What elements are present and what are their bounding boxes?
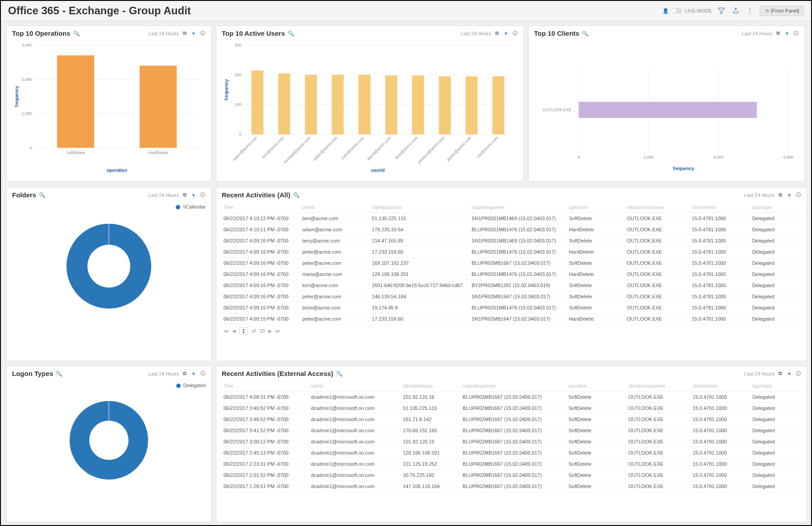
panel-logon-types: Logon Types🔍 Last 24 Hours ⧉ ▼ ⓘ Delegat…	[6, 366, 211, 522]
svg-rect-37	[412, 75, 424, 134]
magnify-icon[interactable]: 🔍	[39, 192, 46, 198]
folders-legend: \\Calendar	[7, 200, 211, 213]
info-icon[interactable]: ⓘ	[795, 192, 801, 198]
table-row[interactable]: 06/22/2017 4:09:16 PM -0700boris@acme.co…	[222, 302, 801, 313]
table-row[interactable]: 06/22/2017 4:08:31 PM -0700dcadmin1@micr…	[222, 392, 801, 403]
svg-point-1	[750, 10, 751, 12]
svg-text:6,000: 6,000	[783, 155, 794, 159]
table-row[interactable]: 06/22/2017 4:09:16 PM -0700peter@acme.co…	[222, 246, 801, 258]
pager-page-input[interactable]	[239, 327, 248, 334]
recent-all-table: Timeuseridclientipaddressoriginatingserv…	[222, 202, 801, 325]
table-row[interactable]: 06/22/2017 4:10:11 PM -0700adam@acme.com…	[222, 224, 801, 235]
magnify-icon[interactable]: 🔍	[288, 30, 294, 37]
table-row[interactable]: 06/22/2017 4:09:15 PM -0700peter@acme.co…	[222, 313, 801, 325]
svg-text:2,000: 2,000	[21, 77, 32, 82]
filter-icon[interactable]: ▼	[191, 30, 197, 37]
info-icon[interactable]: ⓘ	[199, 371, 206, 377]
svg-point-62	[89, 421, 128, 460]
share-icon[interactable]	[731, 6, 740, 15]
popout-icon[interactable]: ⧉	[182, 30, 188, 37]
table-row[interactable]: 06/22/2017 4:09:16 PM -0700maria@acme.co…	[222, 269, 801, 280]
table-row[interactable]: 06/22/2017 2:23:31 PM -0700dcadmin1@micr…	[222, 459, 801, 470]
table-row[interactable]: 06/22/2017 4:09:16 PM -0700terry@acme.co…	[222, 235, 801, 246]
filter-icon[interactable]: ▼	[784, 30, 790, 37]
time-range-label: Last 24 Hours	[744, 192, 775, 198]
info-icon[interactable]: ⓘ	[199, 192, 206, 198]
svg-text:david@acme.com: david@acme.com	[366, 135, 392, 161]
svg-text:1,000: 1,000	[21, 111, 32, 116]
table-row[interactable]: 06/22/2017 4:09:16 PM -0700lorri@acme.co…	[222, 280, 801, 291]
magnify-icon[interactable]: 🔍	[336, 371, 343, 377]
table-row[interactable]: 06/22/2017 1:26:51 PM -0700dcadmin1@micr…	[222, 481, 801, 492]
operations-bar-chart: 01,0002,0003,000SoftDeleteHardDeletefreq…	[12, 41, 204, 175]
panel-recent-ext: Recent Activities (External Access)🔍 Las…	[216, 366, 807, 522]
table-row[interactable]: 06/22/2017 4:09:16 PM -0700peter@acme.co…	[222, 258, 801, 269]
svg-text:naren@acme.com: naren@acme.com	[232, 135, 258, 162]
svg-point-0	[750, 8, 751, 9]
popout-icon[interactable]: ⧉	[777, 371, 783, 377]
pager-last-icon[interactable]: ⏭	[275, 328, 280, 334]
info-icon[interactable]: ⓘ	[199, 30, 206, 37]
svg-rect-43	[493, 76, 505, 134]
logon-legend: Delegated	[7, 379, 211, 392]
info-icon[interactable]: ⓘ	[795, 371, 801, 377]
time-range-label: Last 24 Hours	[149, 192, 179, 198]
filter-icon[interactable]	[717, 6, 726, 15]
svg-text:operation: operation	[107, 168, 127, 173]
info-icon[interactable]: ⓘ	[512, 30, 518, 37]
table-row[interactable]: 06/22/2017 3:46:52 PM -0700dcadmin1@micr…	[222, 414, 801, 425]
svg-text:lorri@acme.com: lorri@acme.com	[261, 135, 285, 159]
pager-first-icon[interactable]: ⏮	[224, 328, 228, 334]
pager-prev-icon[interactable]: ◀	[232, 328, 236, 334]
pager-next-icon[interactable]: ▶	[268, 328, 272, 334]
info-icon[interactable]: ⓘ	[793, 30, 799, 37]
magnify-icon[interactable]: 🔍	[56, 371, 62, 377]
from-panel-button[interactable]: ◔[From Panel]	[760, 6, 804, 16]
svg-text:4,000: 4,000	[713, 155, 724, 159]
svg-text:frequency: frequency	[224, 79, 229, 100]
svg-rect-11	[57, 55, 94, 148]
panel-title: Recent Activities (All)	[222, 191, 290, 199]
svg-text:michael@acme.com: michael@acme.com	[283, 135, 312, 164]
panel-title: Top 10 Operations	[12, 29, 70, 37]
table-row[interactable]: 06/22/2017 2:45:13 PM -0700dcadmin1@micr…	[222, 447, 801, 459]
table-row[interactable]: 06/22/2017 3:41:52 PM -0700dcadmin1@micr…	[222, 425, 801, 436]
kebab-icon[interactable]	[746, 6, 754, 15]
svg-rect-35	[385, 75, 398, 134]
svg-text:OUTLOOK.EXE ...: OUTLOOK.EXE ...	[543, 108, 576, 112]
table-row[interactable]: 06/22/2017 3:46:52 PM -0700dcadmin1@micr…	[222, 403, 801, 414]
svg-text:300: 300	[235, 43, 241, 47]
popout-icon[interactable]: ⧉	[182, 371, 188, 377]
svg-text:ray@acme.com: ray@acme.com	[476, 135, 499, 159]
filter-icon[interactable]: ▼	[786, 192, 792, 198]
popout-icon[interactable]: ⧉	[775, 30, 781, 37]
filter-icon[interactable]: ▼	[503, 30, 509, 37]
page-title: Office 365 - Exchange - Group Audit	[8, 4, 191, 17]
popout-icon[interactable]: ⧉	[777, 192, 783, 198]
svg-rect-31	[332, 75, 344, 134]
time-range-label: Last 24 Hours	[149, 31, 179, 36]
panel-title: Logon Types	[12, 370, 53, 377]
filter-icon[interactable]: ▼	[191, 192, 197, 198]
table-row[interactable]: 06/22/2017 2:01:52 PM -0700dcadmin1@micr…	[222, 470, 801, 481]
clients-hbar-chart: 02,0004,0006,000OUTLOOK.EXE ...frequency	[534, 41, 797, 175]
svg-text:adam@acme.com: adam@acme.com	[312, 135, 339, 162]
svg-rect-29	[305, 75, 317, 134]
filter-icon[interactable]: ▼	[786, 371, 792, 377]
svg-rect-39	[439, 76, 451, 134]
popout-icon[interactable]: ⧉	[494, 30, 500, 37]
time-range-label: Last 24 Hours	[742, 31, 772, 36]
table-row[interactable]: 06/22/2017 3:00:12 PM -0700dcadmin1@micr…	[222, 436, 801, 447]
panel-folders: Folders🔍 Last 24 Hours ⧉ ▼ ⓘ \\Calendar	[6, 187, 211, 361]
svg-text:colin@acme.com: colin@acme.com	[340, 135, 365, 160]
live-mode-toggle[interactable]: 👤 LIVE MODE	[663, 8, 712, 14]
table-row[interactable]: 06/22/2017 4:09:16 PM -0700peter@acme.co…	[222, 291, 801, 302]
svg-text:0: 0	[239, 132, 241, 137]
magnify-icon[interactable]: 🔍	[582, 30, 588, 37]
popout-icon[interactable]: ⧉	[182, 192, 188, 198]
filter-icon[interactable]: ▼	[191, 371, 197, 377]
magnify-icon[interactable]: 🔍	[73, 30, 80, 37]
table-row[interactable]: 06/22/2017 4:10:12 PM -0700ben@acme.com5…	[222, 213, 801, 224]
svg-text:0: 0	[577, 155, 580, 159]
magnify-icon[interactable]: 🔍	[293, 192, 300, 198]
